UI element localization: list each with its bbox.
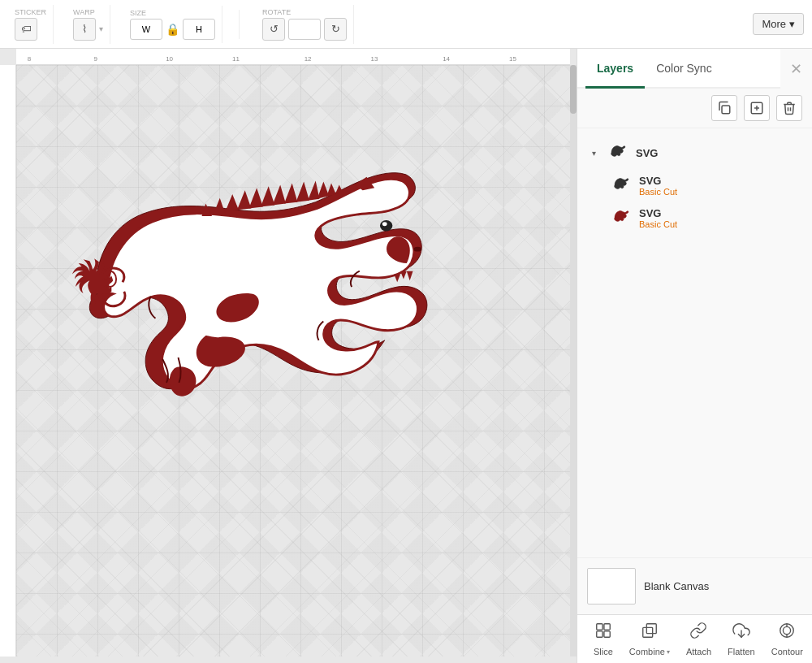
contour-button[interactable]: Contour <box>763 617 811 661</box>
layer-item-svg-child-1[interactable]: SVG Basic Cut <box>577 169 812 202</box>
canvas-content[interactable] <box>16 65 570 656</box>
scrollbar-thumb[interactable] <box>570 65 577 114</box>
tab-layers[interactable]: Layers <box>585 49 645 89</box>
warp-btn[interactable]: ⌇ <box>73 18 96 41</box>
layer-name-svg-parent: SVG <box>636 147 802 159</box>
ruler-tick-15: 15 <box>509 55 516 63</box>
rotate-label: Rotate <box>262 8 347 16</box>
razorback-svg <box>49 146 520 431</box>
ruler-vertical <box>0 65 16 656</box>
blank-canvas-section[interactable]: Blank Canvas <box>577 557 812 614</box>
size-label: Size <box>130 9 215 17</box>
vertical-scrollbar[interactable] <box>570 65 577 656</box>
razorback-icon-child2 <box>611 208 631 228</box>
lock-icon[interactable]: 🔒 <box>166 23 179 36</box>
combine-arrow: ▾ <box>667 648 670 656</box>
razorback-icon-child1 <box>611 176 631 195</box>
delete-layer-btn[interactable] <box>776 95 802 121</box>
size-group: Size 🔒 <box>123 6 222 43</box>
expand-icon[interactable]: ▾ <box>587 146 600 159</box>
contour-label: Contour <box>771 647 803 656</box>
main-area: 8 9 10 11 12 13 14 15 <box>0 49 812 663</box>
layers-list: ▾ SVG <box>577 128 812 557</box>
svg-rect-10 <box>597 631 603 637</box>
slice-button[interactable]: Slice <box>585 617 621 661</box>
right-panel: Layers Color Sync ✕ <box>577 49 812 663</box>
layer-child-1-icon <box>610 174 633 197</box>
contour-svg <box>778 622 796 639</box>
slice-icon <box>594 622 612 644</box>
svg-point-1 <box>382 222 387 226</box>
ruler-tick-9: 9 <box>93 55 97 63</box>
combine-button[interactable]: Combine ▾ <box>621 617 678 661</box>
layer-name-svg-child-2: SVG <box>639 207 802 219</box>
sticker-label: Sticker <box>15 8 46 16</box>
svg-rect-12 <box>643 627 653 637</box>
layer-item-svg-parent[interactable]: ▾ SVG <box>577 136 812 169</box>
layer-type-svg-child-1: Basic Cut <box>639 187 802 197</box>
slice-svg <box>594 622 612 639</box>
panel-close-button[interactable]: ✕ <box>780 62 812 76</box>
layer-info-svg-parent: SVG <box>636 147 802 159</box>
combine-icon <box>641 622 659 644</box>
canvas-area[interactable]: 8 9 10 11 12 13 14 15 <box>0 49 577 663</box>
ruler-tick-14: 14 <box>443 55 450 63</box>
contour-icon <box>778 622 796 644</box>
combine-svg <box>641 622 659 639</box>
flatten-label: Flatten <box>728 647 755 656</box>
ruler-tick-12: 12 <box>304 55 312 63</box>
blank-canvas-label: Blank Canvas <box>644 580 709 592</box>
rotate-cw-btn[interactable]: ↻ <box>324 18 347 41</box>
ruler-tick-11: 11 <box>232 55 240 63</box>
height-input[interactable] <box>183 19 215 40</box>
svg-rect-9 <box>604 624 610 630</box>
toolbar-right: More ▾ <box>753 13 804 35</box>
more-button[interactable]: More ▾ <box>753 13 804 35</box>
more-arrow: ▾ <box>789 18 795 30</box>
sticker-group: Sticker 🏷 <box>8 5 54 44</box>
layer-type-svg-child-2: Basic Cut <box>639 219 802 229</box>
warp-group: Warp ⌇ ▾ <box>67 5 110 44</box>
razorback-icon-parent <box>608 143 628 162</box>
width-input[interactable] <box>130 19 162 40</box>
warp-arrow: ▾ <box>99 24 103 33</box>
attach-svg <box>689 622 707 639</box>
divider <box>239 10 240 39</box>
attach-label: Attach <box>686 647 711 656</box>
svg-point-0 <box>380 220 392 232</box>
rotate-ccw-btn[interactable]: ↺ <box>262 18 285 41</box>
layer-item-svg-child-2[interactable]: SVG Basic Cut <box>577 202 812 234</box>
add-layer-btn[interactable] <box>744 95 770 121</box>
ruler-horizontal: 8 9 10 11 12 13 14 15 <box>16 49 570 65</box>
attach-icon <box>689 622 707 644</box>
svg-point-2 <box>414 247 422 252</box>
flatten-button[interactable]: Flatten <box>719 617 763 661</box>
rotate-group: Rotate ↺ ↻ <box>256 5 354 44</box>
razorback-image[interactable] <box>49 146 520 431</box>
top-toolbar: Sticker 🏷 Warp ⌇ ▾ Size 🔒 Rotate ↺ ↻ Mor… <box>0 0 812 49</box>
warp-label: Warp <box>73 8 103 16</box>
svg-point-16 <box>784 626 791 634</box>
duplicate-layer-btn[interactable] <box>711 95 737 121</box>
attach-button[interactable]: Attach <box>678 617 719 661</box>
sticker-btn[interactable]: 🏷 <box>15 18 37 41</box>
combine-label: Combine <box>629 647 665 656</box>
flatten-icon <box>732 622 750 644</box>
panel-toolbar <box>577 89 812 128</box>
layer-info-svg-child-2: SVG Basic Cut <box>639 207 802 229</box>
panel-tabs-container: Layers Color Sync ✕ <box>577 49 812 89</box>
tab-color-sync[interactable]: Color Sync <box>645 49 723 89</box>
layer-child-2-icon <box>610 206 633 229</box>
ruler-tick-8: 8 <box>28 55 31 63</box>
svg-rect-11 <box>604 631 610 637</box>
ruler-tick-13: 13 <box>370 55 378 63</box>
layer-group-svg: ▾ SVG <box>577 136 812 234</box>
svg-rect-8 <box>597 624 603 630</box>
panel-tabs: Layers Color Sync <box>577 49 780 89</box>
right-panel-bottom-toolbar: Slice Combine ▾ <box>577 614 812 663</box>
rotate-input[interactable] <box>288 19 321 40</box>
layer-parent-icon <box>607 141 629 164</box>
layer-name-svg-child-1: SVG <box>639 175 802 187</box>
ruler-tick-10: 10 <box>166 55 173 63</box>
slice-label: Slice <box>594 647 613 656</box>
